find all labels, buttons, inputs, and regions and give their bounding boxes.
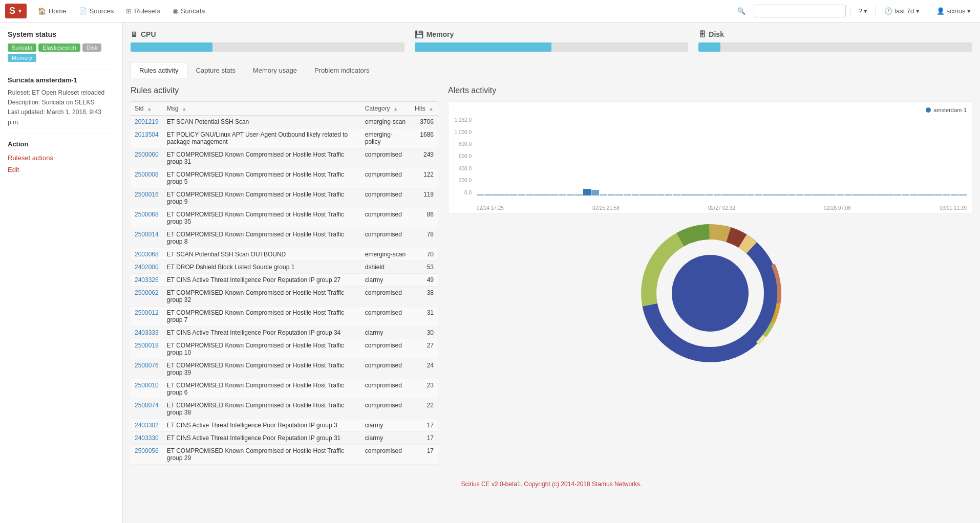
y-label-5: 200.0 — [449, 178, 472, 183]
table-row[interactable]: 2500060 ET COMPROMISED Known Compromised… — [131, 148, 438, 168]
rules-table: Sid ▲ Msg ▲ Category ▲ Hits ▲ 2001219 ET… — [131, 101, 438, 465]
disk-progress-container — [698, 42, 972, 52]
rules-panel: Rules activity Sid ▲ Msg ▲ Category ▲ Hi… — [131, 86, 438, 465]
cell-hits: 30 — [411, 326, 438, 339]
rules-tbody: 2001219 ET SCAN Potential SSH Scan emerg… — [131, 116, 438, 465]
col-category[interactable]: Category ▲ — [361, 102, 411, 116]
table-row[interactable]: 2403302 ET CINS Active Threat Intelligen… — [131, 419, 438, 432]
alerts-panel: Alerts activity amsterdam-1 1,162.0 1,00… — [448, 86, 972, 465]
cell-msg: ET COMPROMISED Known Compromised or Host… — [163, 228, 361, 248]
nav-rulesets[interactable]: ⊞ Rulesets — [120, 1, 166, 21]
chart-bar — [509, 194, 517, 195]
cell-hits: 1686 — [411, 128, 438, 148]
resource-bars: 🖥 CPU 💾 Memory 🗄 Disk — [131, 30, 972, 52]
cpu-icon: 🖥 — [131, 30, 138, 38]
cell-sid: 2403302 — [131, 419, 163, 432]
chart-bar — [738, 194, 746, 195]
chart-bar — [624, 194, 631, 195]
col-hits[interactable]: Hits ▲ — [411, 102, 438, 116]
cell-sid: 2403333 — [131, 326, 163, 339]
nav-links: 🏠 Home 📄 Sources ⊞ Rulesets ◉ Suricata — [32, 1, 211, 21]
table-row[interactable]: 2013504 ET POLICY GNU/Linux APT User-Age… — [131, 128, 438, 148]
table-row[interactable]: 2402000 ET DROP Dshield Block Listed Sou… — [131, 261, 438, 274]
table-row[interactable]: 2001219 ET SCAN Potential SSH Scan emerg… — [131, 116, 438, 128]
table-row[interactable]: 2500062 ET COMPROMISED Known Compromised… — [131, 287, 438, 307]
tab-capture-stats[interactable]: Capture stats — [187, 62, 244, 78]
table-row[interactable]: 2500068 ET COMPROMISED Known Compromised… — [131, 208, 438, 228]
cell-sid: 2500012 — [131, 307, 163, 326]
footer-link[interactable]: Scirius CE v2.0-beta1. Copyright (c) 201… — [461, 481, 642, 488]
cell-hits: 249 — [411, 148, 438, 168]
table-row[interactable]: 2500074 ET COMPROMISED Known Compromised… — [131, 399, 438, 419]
table-row[interactable]: 2403333 ET CINS Active Threat Intelligen… — [131, 326, 438, 339]
search-input[interactable] — [754, 5, 846, 17]
cell-hits: 22 — [411, 399, 438, 419]
cell-category: ciarmy — [361, 274, 411, 287]
cell-hits: 86 — [411, 208, 438, 228]
col-sid[interactable]: Sid ▲ — [131, 102, 163, 116]
status-badges: Suricata Elasticsearch Disk Memory — [8, 43, 115, 62]
col-msg[interactable]: Msg ▲ — [163, 102, 361, 116]
cell-sid: 2500018 — [131, 339, 163, 359]
cell-msg: ET COMPROMISED Known Compromised or Host… — [163, 359, 361, 379]
ruleset-actions-link[interactable]: Ruleset actions — [8, 152, 115, 164]
x-label-2: 02/27 02:32 — [708, 205, 735, 211]
chart-bar — [526, 194, 534, 195]
chart-bar — [697, 194, 705, 195]
cell-hits: 78 — [411, 228, 438, 248]
cell-category: emerging-scan — [361, 116, 411, 128]
edit-link[interactable]: Edit — [8, 164, 115, 176]
table-row[interactable]: 2500056 ET COMPROMISED Known Compromised… — [131, 445, 438, 465]
table-row[interactable]: 2003068 ET SCAN Potential SSH Scan OUTBO… — [131, 248, 438, 261]
chart-bar — [534, 194, 542, 195]
memory-title: 💾 Memory — [415, 30, 689, 38]
cell-msg: ET CINS Active Threat Intelligence Poor … — [163, 419, 361, 432]
table-row[interactable]: 2403330 ET CINS Active Threat Intelligen… — [131, 432, 438, 445]
help-button[interactable]: ? ▾ — [855, 5, 872, 17]
cell-msg: ET DROP Dshield Block Listed Source grou… — [163, 261, 361, 274]
updated-info: Last updated: March 1, 2018, 9:43 p.m. — [8, 107, 115, 127]
table-row[interactable]: 2500010 ET COMPROMISED Known Compromised… — [131, 379, 438, 399]
tab-memory-usage[interactable]: Memory usage — [244, 62, 306, 78]
tab-rules-activity[interactable]: Rules activity — [131, 62, 187, 78]
chart-bar — [804, 194, 812, 195]
nav-sources[interactable]: 📄 Sources — [73, 1, 120, 21]
chart-bar — [640, 194, 648, 195]
cell-msg: ET COMPROMISED Known Compromised or Host… — [163, 379, 361, 399]
cell-sid: 2403330 — [131, 432, 163, 445]
home-icon: 🏠 — [38, 7, 46, 15]
cell-category: compromised — [361, 359, 411, 379]
chart-bar — [706, 194, 713, 195]
table-row[interactable]: 2500018 ET COMPROMISED Known Compromised… — [131, 339, 438, 359]
nav-home[interactable]: 🏠 Home — [32, 1, 73, 21]
chart-bar — [591, 190, 599, 195]
rulesets-icon: ⊞ — [126, 7, 132, 15]
cell-category: emerging-scan — [361, 248, 411, 261]
nav-suricata[interactable]: ◉ Suricata — [166, 1, 211, 21]
cell-category: compromised — [361, 148, 411, 168]
user-button[interactable]: 👤 scirius ▾ — [932, 5, 975, 17]
time-range-button[interactable]: 🕐 last 7d ▾ — [880, 5, 924, 17]
cell-category: ciarmy — [361, 419, 411, 432]
table-row[interactable]: 2500076 ET COMPROMISED Known Compromised… — [131, 359, 438, 379]
table-row[interactable]: 2500012 ET COMPROMISED Known Compromised… — [131, 307, 438, 326]
chart-bar — [877, 194, 885, 195]
brand-logo[interactable]: S ▼ — [5, 4, 27, 18]
chart-bar — [501, 194, 509, 195]
x-label-0: 02/24 17:25 — [477, 205, 504, 211]
badge-disk: Disk — [82, 43, 101, 52]
table-row[interactable]: 2500014 ET COMPROMISED Known Compromised… — [131, 228, 438, 248]
search-icon[interactable]: 🔍 — [733, 5, 750, 17]
chart-bar — [673, 194, 680, 195]
tab-problem-indicators[interactable]: Problem indicators — [306, 62, 378, 78]
donut-chart — [638, 222, 782, 365]
chart-bar — [689, 194, 697, 195]
cell-category: compromised — [361, 445, 411, 465]
navbar-right: 🔍 ? ▾ 🕐 last 7d ▾ 👤 scirius ▾ — [733, 5, 975, 17]
table-row[interactable]: 2500016 ET COMPROMISED Known Compromised… — [131, 188, 438, 208]
cell-msg: ET COMPROMISED Known Compromised or Host… — [163, 399, 361, 419]
cell-sid: 2013504 — [131, 128, 163, 148]
sidebar-info: Ruleset: ET Open Ruleset reloaded Descri… — [8, 88, 115, 127]
table-row[interactable]: 2403326 ET CINS Active Threat Intelligen… — [131, 274, 438, 287]
table-row[interactable]: 2500008 ET COMPROMISED Known Compromised… — [131, 168, 438, 188]
